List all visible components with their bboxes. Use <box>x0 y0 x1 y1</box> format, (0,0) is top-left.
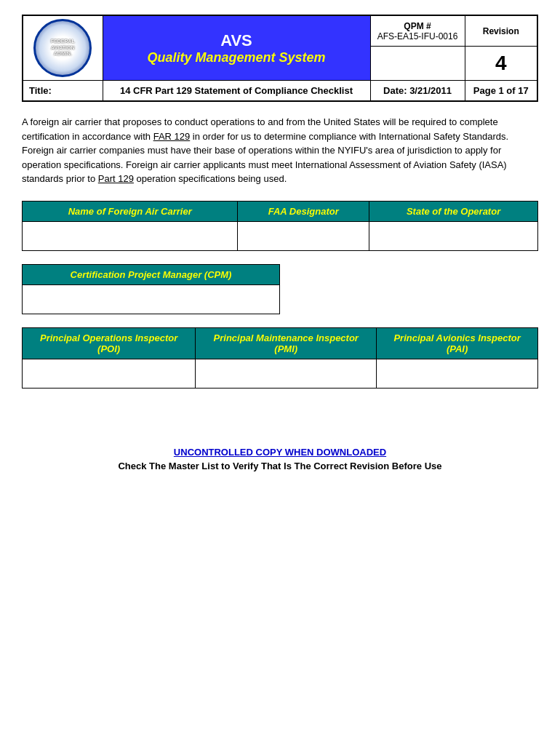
body-text: A foreign air carrier that proposes to c… <box>22 115 538 186</box>
footer-check-text: Check The Master List to Verify That Is … <box>22 461 538 471</box>
pmi-data <box>196 359 377 388</box>
revision-label: Revision <box>483 26 519 36</box>
col2-header: FAA Designator <box>238 201 369 221</box>
qpm-label-cell: QPM # AFS-EA15-IFU-0016 <box>370 15 465 47</box>
logo-cell: FEDERALAVIATIONADMIN. <box>23 15 103 81</box>
footer: UNCONTROLLED COPY WHEN DOWNLOADED Check … <box>22 447 538 486</box>
pmi-header: Principal Maintenance Inspector (PMI) <box>196 327 377 359</box>
logo-text: FEDERALAVIATIONADMIN. <box>51 39 75 57</box>
title-label: Title: <box>23 81 103 102</box>
revision-number: 4 <box>495 52 507 74</box>
foreign-carrier-table: Name of Foreign Air Carrier FAA Designat… <box>22 201 538 251</box>
revision-label-cell: Revision <box>465 15 537 47</box>
title-cell: AVS Quality Management System <box>103 15 370 81</box>
inspectors-table: Principal Operations Inspector (POI) Pri… <box>22 327 538 389</box>
qpm-number: AFS-EA15-IFU-0016 <box>377 31 458 41</box>
col1-header: Name of Foreign Air Carrier <box>23 201 238 221</box>
col3-header: State of the Operator <box>369 201 538 221</box>
col2-data <box>238 221 369 250</box>
pmi-header-text: Principal Maintenance Inspector (PMI) <box>214 332 359 354</box>
title-value: 14 CFR Part 129 Statement of Compliance … <box>103 81 370 102</box>
cpm-data <box>23 284 280 314</box>
faa-logo: FEDERALAVIATIONADMIN. <box>33 19 92 77</box>
page-text: Page 1 of 17 <box>473 85 529 96</box>
qms-title: Quality Management System <box>109 50 364 65</box>
pai-data <box>377 359 538 388</box>
header-table: FEDERALAVIATIONADMIN. AVS Quality Manage… <box>22 15 538 102</box>
page-cell: Page 1 of 17 <box>465 81 537 102</box>
cpm-header: Certification Project Manager (CPM) <box>23 264 280 284</box>
qpm-label: QPM # <box>404 21 431 31</box>
date-cell: Date: 3/21/2011 <box>370 81 465 102</box>
revision-number-cell: 4 <box>465 47 537 81</box>
qpm-number-cell <box>370 47 465 81</box>
part129-link: Part 129 <box>98 173 134 184</box>
poi-header: Principal Operations Inspector (POI) <box>23 327 196 359</box>
avs-title: AVS <box>109 31 364 50</box>
title-label-text: Title: <box>29 85 52 96</box>
cpm-table: Certification Project Manager (CPM) <box>22 264 280 314</box>
col3-data <box>369 221 538 250</box>
far129-link1: FAR 129 <box>153 131 191 142</box>
footer-controlled-text: UNCONTROLLED COPY WHEN DOWNLOADED <box>22 447 538 458</box>
poi-data <box>23 359 196 388</box>
pai-header: Principal Avionics Inspector (PAI) <box>377 327 538 359</box>
date-text: Date: 3/21/2011 <box>383 85 452 96</box>
col1-data <box>23 221 238 250</box>
title-value-text: 14 CFR Part 129 Statement of Compliance … <box>120 85 353 96</box>
